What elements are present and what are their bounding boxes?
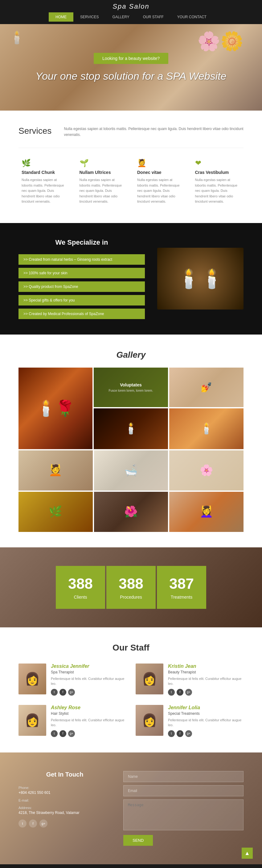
site-title: Spa Salon xyxy=(0,2,262,10)
stat-treatments-label: Treatments xyxy=(163,595,200,599)
staff-member-0: 👩 Jessica Jennifer Spa Therapist Pellent… xyxy=(18,663,126,695)
nav-staff[interactable]: OUR STAFF xyxy=(136,12,171,22)
gallery-overlay-title: Voluptates xyxy=(120,382,142,388)
gallery-image-towels: 🛁 xyxy=(94,451,168,491)
gallery-overlay: Voluptates Fusce lorem lorem, lorem lore… xyxy=(94,368,168,407)
staff-facebook-0[interactable]: f xyxy=(60,689,66,695)
service-name-3: Cras Vestibulum xyxy=(195,170,241,175)
service-icon-2: 💆 xyxy=(137,159,183,167)
contact-phone-block: Phone: +804 4261 550 601 xyxy=(18,786,111,795)
service-name-0: Standard Chunk xyxy=(22,170,67,175)
specialize-item-0[interactable]: >> Created from natural herbs – Ginseng … xyxy=(18,254,145,265)
stat-treatments: 387 Treatments xyxy=(157,566,206,609)
gallery-row-2: 💆 🛁 🌸 xyxy=(18,451,244,491)
staff-name-3: Jennifer Lolia xyxy=(168,705,244,710)
staff-member-1: 👩 Kristin Jean Beauty Therapist Pellente… xyxy=(136,663,244,695)
nav-links: HOME SERVICES GALLERY OUR STAFF YOUR CON… xyxy=(0,12,262,22)
gallery-row-bottom-right: 🕯️ 🕯️ xyxy=(94,408,244,449)
services-section: Services Nulla egestas sapien at loborti… xyxy=(0,111,262,223)
navigation: Spa Salon HOME SERVICES GALLERY OUR STAF… xyxy=(0,0,262,24)
contact-facebook-button[interactable]: f xyxy=(29,819,37,828)
contact-email-label: E-mail: xyxy=(18,799,111,802)
nav-gallery[interactable]: GALLERY xyxy=(106,12,136,22)
staff-facebook-3[interactable]: f xyxy=(177,730,183,737)
staff-photo-2: 👩 xyxy=(18,705,46,736)
contact-address-value: 4218, The Strawberry Road, Valamar xyxy=(18,810,111,815)
specialize-list: >> Created from natural herbs – Ginseng … xyxy=(18,254,145,319)
gallery-row-3: 🌿 🌺 💆‍♀️ xyxy=(18,492,244,532)
contact-form: SEND xyxy=(123,771,244,846)
gallery-section: Gallery 🕯️🌹 Voluptates Fusce lorem lorem… xyxy=(0,335,262,547)
scroll-to-top-button[interactable]: ▲ xyxy=(242,847,253,859)
specialize-item-4[interactable]: >> Created by Medical Professionals of S… xyxy=(18,309,145,319)
staff-googleplus-0[interactable]: g+ xyxy=(68,689,75,695)
hero-cta-button[interactable]: Looking for a beauty website? xyxy=(94,53,168,64)
stat-procedures-number: 388 xyxy=(113,575,149,592)
nav-home[interactable]: HOME xyxy=(49,12,73,22)
staff-facebook-2[interactable]: f xyxy=(60,730,66,737)
stats-section: 388 Clients 388 Procedures 387 Treatment… xyxy=(0,547,262,627)
hero-title: Your one stop solution for a SPA Website xyxy=(35,70,226,82)
staff-facebook-1[interactable]: f xyxy=(177,689,183,695)
service-item-2: 💆 Donec vitae Nulla egestas sapien at lo… xyxy=(134,156,186,208)
contact-email-input[interactable] xyxy=(123,785,244,796)
staff-googleplus-2[interactable]: g+ xyxy=(68,730,75,737)
gallery-image-green-overlay: Voluptates Fusce lorem lorem, lorem lore… xyxy=(94,368,168,407)
specialize-left: We Specialize in >> Created from natural… xyxy=(18,239,145,319)
contact-email-block: E-mail: xyxy=(18,799,111,802)
contact-name-input[interactable] xyxy=(123,771,244,782)
contact-submit-button[interactable]: SEND xyxy=(123,835,153,846)
contact-googleplus-button[interactable]: g+ xyxy=(39,819,47,828)
staff-role-3: Special Treatments xyxy=(168,711,244,716)
staff-social-2: t f g+ xyxy=(51,730,126,737)
staff-twitter-3[interactable]: t xyxy=(168,730,175,737)
contact-address-block: Address: 4218, The Strawberry Road, Vala… xyxy=(18,806,111,815)
gallery-right-col: Voluptates Fusce lorem lorem, lorem lore… xyxy=(94,368,244,449)
gallery-row-1: 🕯️🌹 Voluptates Fusce lorem lorem, lorem … xyxy=(18,368,244,449)
staff-twitter-0[interactable]: t xyxy=(51,689,58,695)
staff-twitter-2[interactable]: t xyxy=(51,730,58,737)
gallery-image-plants: 🌺 xyxy=(94,492,168,532)
stat-treatments-number: 387 xyxy=(163,575,200,592)
services-title-column: Services xyxy=(18,126,51,138)
specialize-candles-image: 🕯️🕯️ xyxy=(157,248,244,310)
contact-title: Get In Touch xyxy=(18,771,111,778)
gallery-image-massage: 💆 xyxy=(18,451,93,491)
staff-member-2: 👩 Ashley Rose Hair Stylist Pellentesque … xyxy=(18,705,126,737)
stat-clients-number: 388 xyxy=(62,575,99,592)
stat-procedures-label: Procedures xyxy=(113,595,149,599)
nav-contact[interactable]: YOUR CONTACT xyxy=(171,12,213,22)
staff-desc-2: Pellentesque id felis elit. Curabitur ef… xyxy=(51,718,126,728)
nav-services[interactable]: SERVICES xyxy=(73,12,105,22)
staff-twitter-1[interactable]: t xyxy=(168,689,175,695)
specialize-item-2[interactable]: >> Quality product from SpaZone xyxy=(18,281,145,292)
staff-desc-3: Pellentesque id felis elit. Curabitur ef… xyxy=(168,718,244,728)
specialize-item-3[interactable]: >> Special gifts & offers for you xyxy=(18,295,145,306)
specialize-item-1[interactable]: >> 100% safe for your skin xyxy=(18,268,145,278)
service-icon-0: 🌿 xyxy=(22,159,67,167)
contact-phone-value: +804 4261 550 601 xyxy=(18,790,111,795)
contact-message-input[interactable] xyxy=(123,799,244,830)
service-text-2: Nulla egestas sapien at lobortis mattis.… xyxy=(137,177,183,205)
staff-name-1: Kristin Jean xyxy=(168,663,244,669)
gallery-image-spa-massage: 💆‍♀️ xyxy=(169,492,244,532)
service-item-3: ❤ Cras Vestibulum Nulla egestas sapien a… xyxy=(192,156,244,208)
contact-phone-label: Phone: xyxy=(18,786,111,789)
staff-section: Our Staff 👩 Jessica Jennifer Spa Therapi… xyxy=(0,627,262,752)
staff-info-2: Ashley Rose Hair Stylist Pellentesque id… xyxy=(51,705,126,737)
contact-address-label: Address: xyxy=(18,806,111,810)
specialize-title: We Specialize in xyxy=(18,239,145,247)
staff-googleplus-3[interactable]: g+ xyxy=(185,730,192,737)
stat-procedures: 388 Procedures xyxy=(106,566,156,609)
contact-social-links: t f g+ xyxy=(18,819,111,828)
hero-flowers-decoration: 🌸🌼 xyxy=(197,30,244,52)
staff-title: Our Staff xyxy=(18,643,244,653)
staff-photo-1: 👩 xyxy=(136,663,163,694)
contact-section: Get In Touch Phone: +804 4261 550 601 E-… xyxy=(0,752,262,864)
gallery-image-herbs: 🌿 xyxy=(18,492,93,532)
staff-photo-3: 👩 xyxy=(136,705,163,736)
staff-googleplus-1[interactable]: g+ xyxy=(185,689,192,695)
gallery-image-spa-bowl: 🌸 xyxy=(169,451,244,491)
contact-twitter-button[interactable]: t xyxy=(18,819,27,828)
gallery-row-top-right: Voluptates Fusce lorem lorem, lorem lore… xyxy=(94,368,244,407)
